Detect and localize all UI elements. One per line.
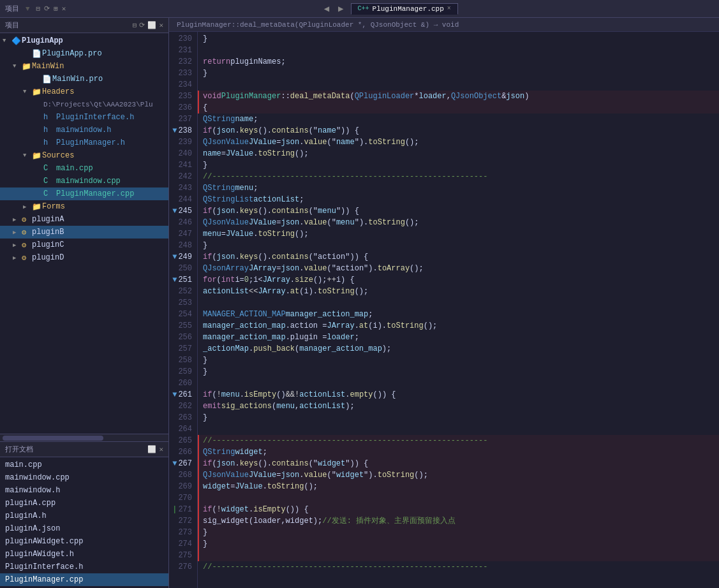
- code-line-267: if(json.keys().contains("widget")) {: [198, 458, 719, 469]
- nav-fwd[interactable]: ▶: [336, 3, 345, 14]
- code-line-245: if(json.keys().contains("menu")) {: [198, 205, 719, 217]
- tree-item-pluginc[interactable]: ▶ ⚙ pluginC: [0, 239, 168, 251]
- code-line-268: QJsonValue JValue = json.value("widget")…: [198, 469, 719, 481]
- tree-item-pluginmanager-cpp[interactable]: C PluginManager.cpp: [0, 187, 168, 200]
- line-number-267: ▼267: [169, 458, 192, 469]
- line-number-253: 253: [169, 297, 192, 309]
- code-line-272: sig_widget(loader,widget); //发送: 插件对象、主界…: [198, 515, 719, 527]
- line-number-243: 243: [169, 182, 192, 194]
- line-number-269: 269: [169, 481, 192, 492]
- open-files-close[interactable]: ✕: [159, 445, 163, 453]
- plugina-arrow: ▶: [13, 216, 22, 223]
- open-file-plugina-json[interactable]: pluginA.json: [0, 522, 168, 535]
- pluginmanager-h-label: PluginManager.h: [56, 138, 125, 147]
- line-number-276: 276: [169, 561, 192, 573]
- open-files-expand[interactable]: ⬜: [147, 445, 156, 453]
- pluginc-arrow: ▶: [13, 242, 22, 249]
- line-number-258: 258: [169, 355, 192, 366]
- breadcrumb-text: PluginManager::deal_metaData(QPluginLoad…: [177, 21, 459, 29]
- sidebar-hscrollbar[interactable]: [0, 434, 168, 441]
- split-icon[interactable]: ⊞: [54, 4, 58, 13]
- tree-item-headers[interactable]: ▼ 📁 Headers: [0, 85, 168, 98]
- code-line-255: manager_action_map.action = JArray.at(i)…: [198, 320, 719, 332]
- code-line-257: _actionMap.push_back(manager_action_map)…: [198, 343, 719, 355]
- code-line-271: if(!widget.isEmpty()) {: [198, 504, 719, 515]
- tree-item-pluginapp-pro[interactable]: ▶ 📄 PluginApp.pro: [0, 47, 168, 60]
- open-file-plugina-h[interactable]: pluginA.h: [0, 510, 168, 522]
- close-btn[interactable]: ✕: [159, 21, 163, 29]
- tree-item-forms[interactable]: ▶ 📁 Forms: [0, 200, 168, 213]
- tree-item-mainwindow-h[interactable]: h mainwindow.h: [0, 124, 168, 136]
- code-line-241: }: [198, 159, 719, 171]
- project-tree: ▼ 🔷 PluginApp ▶ 📄 PluginApp.pro ▼ 📁 Main…: [0, 33, 168, 434]
- code-line-260: [198, 378, 719, 389]
- open-files-panel: 打开文档 ⬜ ✕ main.cpp mainwindow.cpp mainwin…: [0, 441, 168, 588]
- sources-arrow: ▼: [23, 152, 32, 159]
- pluginc-label: pluginC: [32, 240, 64, 249]
- line-number-275: 275: [169, 550, 192, 561]
- open-file-pluginmanager-cpp[interactable]: PluginManager.cpp: [0, 573, 168, 586]
- open-file-plugininterface-h[interactable]: PluginInterface.h: [0, 561, 168, 573]
- filter-icon[interactable]: ⊟: [36, 4, 41, 13]
- tree-item-sources[interactable]: ▼ 📁 Sources: [0, 149, 168, 162]
- tree-item-mainwin-pro[interactable]: ▶ 📄 MainWin.pro: [0, 73, 168, 85]
- code-line-254: MANAGER_ACTION_MAP manager_action_map;: [198, 309, 719, 320]
- nav-back[interactable]: ◀: [322, 3, 331, 14]
- tree-item-plugind[interactable]: ▶ ⚙ pluginD: [0, 251, 168, 264]
- mainwin-pro-icon: 📄: [42, 75, 52, 84]
- pluginb-label: pluginB: [32, 228, 64, 237]
- tree-item-plugina[interactable]: ▶ ⚙ pluginA: [0, 213, 168, 226]
- tree-item-mainwindow-cpp[interactable]: C mainwindow.cpp: [0, 175, 168, 187]
- close-panel-icon[interactable]: ✕: [62, 4, 66, 13]
- sources-icon: 📁: [32, 151, 42, 161]
- filter-btn[interactable]: ⊟: [133, 21, 137, 29]
- tree-item-pluginmanager-h[interactable]: h PluginManager.h: [0, 136, 168, 149]
- code-line-261: if(!menu.isEmpty() && !actionList.empty(…: [198, 389, 719, 401]
- code-line-251: for(int i=0;i<JArray.size();++i) {: [198, 274, 719, 286]
- pluginb-arrow: ▶: [13, 229, 22, 236]
- line-number-234: 234: [169, 79, 192, 91]
- tree-item-mainwin[interactable]: ▼ 📁 MainWin: [0, 60, 168, 73]
- sources-label: Sources: [42, 151, 74, 160]
- tree-item-main-cpp[interactable]: C main.cpp: [0, 162, 168, 175]
- open-file-mainwindow-cpp[interactable]: mainwindow.cpp: [0, 471, 168, 484]
- plugina-icon: ⚙: [22, 215, 32, 224]
- line-number-264: 264: [169, 423, 192, 435]
- code-lines[interactable]: } return pluginNames;} void PluginManage…: [198, 32, 719, 588]
- open-file-mainwindow-h[interactable]: mainwindow.h: [0, 484, 168, 497]
- refresh-btn[interactable]: ⟳: [139, 21, 145, 29]
- headers-icon: 📁: [32, 87, 42, 97]
- line-number-241: 241: [169, 159, 192, 171]
- plugind-arrow: ▶: [13, 254, 22, 261]
- mainwindow-h-label: mainwindow.h: [56, 126, 111, 135]
- open-file-pluginawidget-cpp[interactable]: pluginAWidget.cpp: [0, 535, 168, 548]
- code-line-264: [198, 423, 719, 435]
- active-tab[interactable]: C++ PluginManager.cpp ×: [351, 3, 458, 15]
- tab-close-btn[interactable]: ×: [447, 5, 451, 12]
- code-line-243: QString menu;: [198, 182, 719, 194]
- pluginmanager-cpp-label: PluginManager.cpp: [56, 189, 134, 198]
- line-number-239: 239: [169, 136, 192, 148]
- maximize-btn[interactable]: ⬜: [147, 21, 156, 29]
- code-line-258: }: [198, 355, 719, 366]
- open-file-main-cpp[interactable]: main.cpp: [0, 459, 168, 471]
- line-number-260: 260: [169, 378, 192, 389]
- line-number-272: 272: [169, 515, 192, 527]
- open-file-plugina-cpp[interactable]: pluginA.cpp: [0, 497, 168, 510]
- tree-root[interactable]: ▼ 🔷 PluginApp: [0, 34, 168, 47]
- code-line-248: }: [198, 240, 719, 251]
- plugininterface-h-label: PluginInterface.h: [56, 113, 134, 122]
- h-icon2: h: [43, 126, 54, 135]
- tree-item-pluginb[interactable]: ▶ ⚙ pluginB: [0, 226, 168, 239]
- tree-item-plugininterface-h[interactable]: h PluginInterface.h: [0, 111, 168, 124]
- code-line-259: }: [198, 366, 719, 378]
- code-line-234: [198, 79, 719, 91]
- line-number-255: 255: [169, 320, 192, 332]
- open-file-pluginawidget-h[interactable]: pluginAWidget.h: [0, 548, 168, 561]
- line-number-273: 273: [169, 527, 192, 538]
- cpp-icon3: C: [43, 189, 54, 198]
- code-line-250: QJsonArray JArray = json.value("action")…: [198, 263, 719, 274]
- sync-icon[interactable]: ⟳: [44, 4, 50, 13]
- line-number-231: 231: [169, 45, 192, 56]
- code-line-270: [198, 492, 719, 504]
